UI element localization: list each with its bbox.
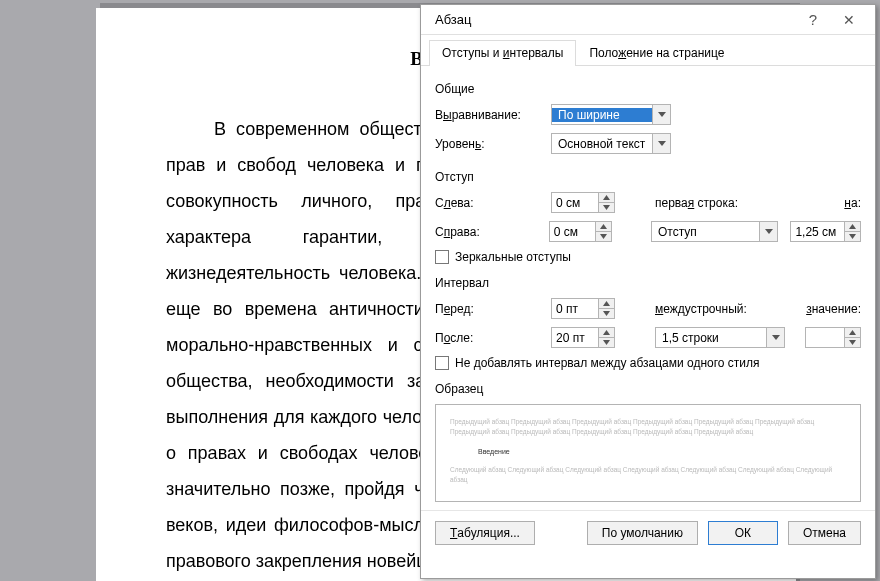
preview-sample-text: Введение bbox=[478, 446, 846, 457]
dialog-title: Абзац bbox=[435, 12, 795, 27]
spin-down-icon[interactable] bbox=[599, 308, 614, 318]
spin-down-icon[interactable] bbox=[845, 231, 860, 241]
spin-up-icon[interactable] bbox=[845, 222, 860, 231]
label-alignment: Выравнивание: bbox=[435, 108, 545, 122]
chevron-down-icon[interactable] bbox=[766, 328, 784, 347]
label-first-line: первая строка: bbox=[655, 196, 785, 210]
tabs-button[interactable]: Табуляция... bbox=[435, 521, 535, 545]
tab-page-position[interactable]: Положение на странице bbox=[576, 40, 737, 66]
spin-up-icon[interactable] bbox=[845, 328, 860, 337]
mirror-indents-checkbox[interactable]: Зеркальные отступы bbox=[435, 250, 571, 264]
spin-up-icon[interactable] bbox=[599, 328, 614, 337]
spin-up-icon[interactable] bbox=[599, 193, 614, 202]
label-value: значение: bbox=[806, 302, 861, 316]
spin-down-icon[interactable] bbox=[599, 337, 614, 347]
default-button[interactable]: По умолчанию bbox=[587, 521, 698, 545]
before-spin[interactable]: 0 пт bbox=[551, 298, 615, 319]
label-right-indent: Справа: bbox=[435, 225, 543, 239]
first-line-combo[interactable]: Отступ bbox=[651, 221, 778, 242]
help-button[interactable]: ? bbox=[795, 11, 831, 28]
left-indent-spin[interactable]: 0 см bbox=[551, 192, 615, 213]
spin-down-icon[interactable] bbox=[845, 337, 860, 347]
level-combo[interactable]: Основной текст bbox=[551, 133, 671, 154]
spin-down-icon[interactable] bbox=[596, 231, 611, 241]
spin-up-icon[interactable] bbox=[596, 222, 611, 231]
paragraph-dialog: Абзац ? ✕ Отступы и интервалы Положение … bbox=[420, 4, 876, 579]
chevron-down-icon[interactable] bbox=[759, 222, 777, 241]
first-line-by-spin[interactable]: 1,25 см bbox=[790, 221, 861, 242]
cancel-button[interactable]: Отмена bbox=[788, 521, 861, 545]
line-spacing-combo[interactable]: 1,5 строки bbox=[655, 327, 785, 348]
spin-up-icon[interactable] bbox=[599, 299, 614, 308]
label-after: После: bbox=[435, 331, 545, 345]
label-by: на: bbox=[844, 196, 861, 210]
spin-down-icon[interactable] bbox=[599, 202, 614, 212]
line-value-spin[interactable] bbox=[805, 327, 861, 348]
label-line-spacing: междустрочный: bbox=[655, 302, 785, 316]
preview-next-text: Следующий абзац Следующий абзац Следующи… bbox=[450, 465, 846, 486]
chevron-down-icon[interactable] bbox=[652, 105, 670, 124]
alignment-combo[interactable]: По ширине bbox=[551, 104, 671, 125]
button-row: Табуляция... По умолчанию ОК Отмена bbox=[421, 511, 875, 557]
group-indent: Отступ bbox=[435, 170, 861, 184]
tab-indents-spacing[interactable]: Отступы и интервалы bbox=[429, 40, 576, 66]
group-preview: Образец bbox=[435, 382, 861, 396]
label-before: Перед: bbox=[435, 302, 545, 316]
tab-strip: Отступы и интервалы Положение на страниц… bbox=[421, 39, 875, 66]
label-level: Уровень: bbox=[435, 137, 545, 151]
group-spacing: Интервал bbox=[435, 276, 861, 290]
chevron-down-icon[interactable] bbox=[652, 134, 670, 153]
ok-button[interactable]: ОК bbox=[708, 521, 778, 545]
close-button[interactable]: ✕ bbox=[831, 12, 867, 28]
right-indent-spin[interactable]: 0 см bbox=[549, 221, 612, 242]
group-general: Общие bbox=[435, 82, 861, 96]
label-left-indent: Слева: bbox=[435, 196, 545, 210]
no-same-style-checkbox[interactable]: Не добавлять интервал между абзацами одн… bbox=[435, 356, 760, 370]
preview-box: Предыдущий абзац Предыдущий абзац Предыд… bbox=[435, 404, 861, 502]
preview-prev-text: Предыдущий абзац Предыдущий абзац Предыд… bbox=[450, 417, 846, 438]
dialog-titlebar: Абзац ? ✕ bbox=[421, 5, 875, 35]
after-spin[interactable]: 20 пт bbox=[551, 327, 615, 348]
